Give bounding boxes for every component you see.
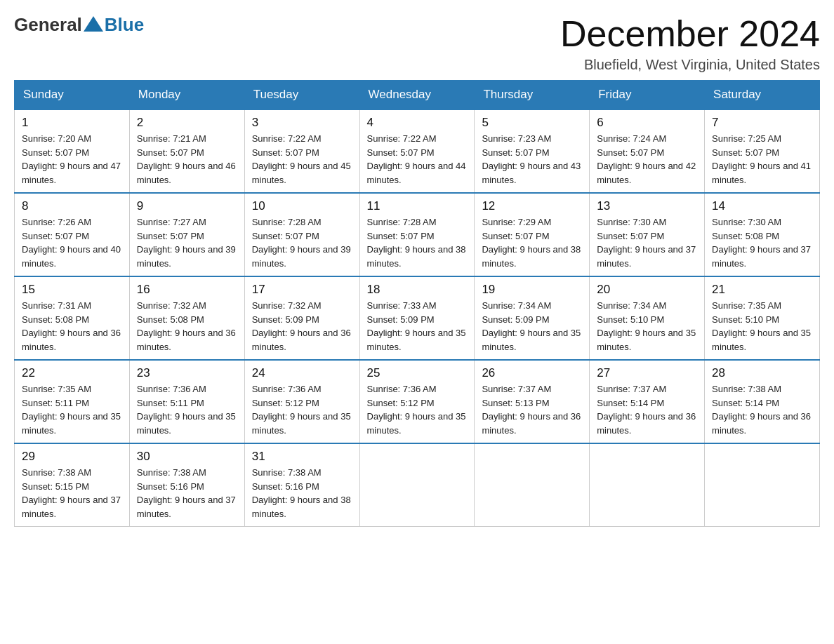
calendar-cell: 2 Sunrise: 7:21 AM Sunset: 5:07 PM Dayli… <box>129 109 244 193</box>
daylight-label: Daylight: 9 hours and 36 minutes. <box>597 411 696 436</box>
weekday-header-sunday: Sunday <box>15 81 130 110</box>
daylight-label: Daylight: 9 hours and 45 minutes. <box>252 161 351 185</box>
daylight-label: Daylight: 9 hours and 35 minutes. <box>712 328 811 352</box>
calendar-cell: 3 Sunrise: 7:22 AM Sunset: 5:07 PM Dayli… <box>244 109 359 193</box>
sunrise-label: Sunrise: 7:25 AM <box>712 133 781 144</box>
day-info: Sunrise: 7:24 AM Sunset: 5:07 PM Dayligh… <box>597 132 697 187</box>
sunset-label: Sunset: 5:07 PM <box>22 147 89 158</box>
title-section: December 2024 Bluefield, West Virginia, … <box>560 14 820 73</box>
sunset-label: Sunset: 5:09 PM <box>252 314 319 325</box>
calendar-cell: 20 Sunrise: 7:34 AM Sunset: 5:10 PM Dayl… <box>590 276 705 360</box>
sunrise-label: Sunrise: 7:33 AM <box>367 300 437 311</box>
weekday-header-tuesday: Tuesday <box>244 81 359 110</box>
day-number: 4 <box>367 116 468 130</box>
day-number: 28 <box>712 366 812 380</box>
sunrise-label: Sunrise: 7:30 AM <box>712 217 781 227</box>
daylight-label: Daylight: 9 hours and 39 minutes. <box>137 244 236 269</box>
sunrise-label: Sunrise: 7:22 AM <box>252 133 322 144</box>
day-info: Sunrise: 7:29 AM Sunset: 5:07 PM Dayligh… <box>482 215 582 270</box>
sunrise-label: Sunrise: 7:34 AM <box>597 300 666 311</box>
sunrise-label: Sunrise: 7:22 AM <box>367 133 437 144</box>
calendar-cell: 26 Sunrise: 7:37 AM Sunset: 5:13 PM Dayl… <box>475 360 590 443</box>
calendar-cell <box>705 443 820 527</box>
sunrise-label: Sunrise: 7:38 AM <box>137 467 206 478</box>
day-info: Sunrise: 7:25 AM Sunset: 5:07 PM Dayligh… <box>712 132 812 187</box>
day-info: Sunrise: 7:30 AM Sunset: 5:07 PM Dayligh… <box>597 215 697 270</box>
sunrise-label: Sunrise: 7:27 AM <box>137 217 206 227</box>
sunrise-label: Sunrise: 7:36 AM <box>252 384 322 394</box>
sunrise-label: Sunrise: 7:35 AM <box>22 384 91 394</box>
daylight-label: Daylight: 9 hours and 44 minutes. <box>367 161 466 185</box>
day-info: Sunrise: 7:32 AM Sunset: 5:09 PM Dayligh… <box>252 299 352 354</box>
calendar-cell: 19 Sunrise: 7:34 AM Sunset: 5:09 PM Dayl… <box>475 276 590 360</box>
sunset-label: Sunset: 5:14 PM <box>712 398 779 408</box>
daylight-label: Daylight: 9 hours and 35 minutes. <box>597 328 696 352</box>
month-title: December 2024 <box>560 14 820 54</box>
day-number: 26 <box>482 366 582 380</box>
day-number: 16 <box>137 283 237 297</box>
daylight-label: Daylight: 9 hours and 36 minutes. <box>712 411 811 436</box>
day-number: 12 <box>482 199 582 213</box>
sunset-label: Sunset: 5:07 PM <box>367 147 435 158</box>
daylight-label: Daylight: 9 hours and 35 minutes. <box>137 411 236 436</box>
sunrise-label: Sunrise: 7:36 AM <box>367 384 437 394</box>
calendar-cell <box>590 443 705 527</box>
logo-blue-text: Blue <box>105 14 144 36</box>
sunrise-label: Sunrise: 7:26 AM <box>22 217 91 227</box>
sunrise-label: Sunrise: 7:37 AM <box>597 384 666 394</box>
day-number: 27 <box>597 366 697 380</box>
calendar-cell: 24 Sunrise: 7:36 AM Sunset: 5:12 PM Dayl… <box>244 360 359 443</box>
day-info: Sunrise: 7:38 AM Sunset: 5:16 PM Dayligh… <box>252 466 352 521</box>
sunset-label: Sunset: 5:07 PM <box>22 231 89 241</box>
day-number: 20 <box>597 283 697 297</box>
week-row-3: 15 Sunrise: 7:31 AM Sunset: 5:08 PM Dayl… <box>15 276 820 360</box>
day-info: Sunrise: 7:21 AM Sunset: 5:07 PM Dayligh… <box>137 132 237 187</box>
day-info: Sunrise: 7:32 AM Sunset: 5:08 PM Dayligh… <box>137 299 237 354</box>
daylight-label: Daylight: 9 hours and 36 minutes. <box>252 328 351 352</box>
calendar-cell: 11 Sunrise: 7:28 AM Sunset: 5:07 PM Dayl… <box>359 193 475 276</box>
day-info: Sunrise: 7:28 AM Sunset: 5:07 PM Dayligh… <box>252 215 352 270</box>
calendar-cell: 22 Sunrise: 7:35 AM Sunset: 5:11 PM Dayl… <box>15 360 130 443</box>
week-row-2: 8 Sunrise: 7:26 AM Sunset: 5:07 PM Dayli… <box>15 193 820 276</box>
daylight-label: Daylight: 9 hours and 36 minutes. <box>137 328 236 352</box>
calendar-cell: 12 Sunrise: 7:29 AM Sunset: 5:07 PM Dayl… <box>475 193 590 276</box>
day-info: Sunrise: 7:34 AM Sunset: 5:10 PM Dayligh… <box>597 299 697 354</box>
calendar-cell: 17 Sunrise: 7:32 AM Sunset: 5:09 PM Dayl… <box>244 276 359 360</box>
weekday-header-friday: Friday <box>590 81 705 110</box>
sunset-label: Sunset: 5:07 PM <box>597 147 664 158</box>
day-info: Sunrise: 7:35 AM Sunset: 5:10 PM Dayligh… <box>712 299 812 354</box>
daylight-label: Daylight: 9 hours and 35 minutes. <box>252 411 351 436</box>
week-row-5: 29 Sunrise: 7:38 AM Sunset: 5:15 PM Dayl… <box>15 443 820 527</box>
sunset-label: Sunset: 5:12 PM <box>252 398 319 408</box>
sunset-label: Sunset: 5:11 PM <box>22 398 89 408</box>
calendar-cell: 8 Sunrise: 7:26 AM Sunset: 5:07 PM Dayli… <box>15 193 130 276</box>
daylight-label: Daylight: 9 hours and 47 minutes. <box>22 161 121 185</box>
day-number: 8 <box>22 199 122 213</box>
weekday-header-wednesday: Wednesday <box>359 81 475 110</box>
sunrise-label: Sunrise: 7:38 AM <box>22 467 91 478</box>
sunrise-label: Sunrise: 7:31 AM <box>22 300 91 311</box>
daylight-label: Daylight: 9 hours and 35 minutes. <box>482 328 581 352</box>
weekday-header-monday: Monday <box>129 81 244 110</box>
sunrise-label: Sunrise: 7:30 AM <box>597 217 666 227</box>
day-number: 1 <box>22 116 122 130</box>
week-row-4: 22 Sunrise: 7:35 AM Sunset: 5:11 PM Dayl… <box>15 360 820 443</box>
sunset-label: Sunset: 5:09 PM <box>482 314 549 325</box>
sunset-label: Sunset: 5:08 PM <box>137 314 204 325</box>
daylight-label: Daylight: 9 hours and 39 minutes. <box>252 244 351 269</box>
calendar-cell: 10 Sunrise: 7:28 AM Sunset: 5:07 PM Dayl… <box>244 193 359 276</box>
calendar-cell: 5 Sunrise: 7:23 AM Sunset: 5:07 PM Dayli… <box>475 109 590 193</box>
calendar-cell: 4 Sunrise: 7:22 AM Sunset: 5:07 PM Dayli… <box>359 109 475 193</box>
calendar-cell <box>359 443 475 527</box>
sunrise-label: Sunrise: 7:35 AM <box>712 300 781 311</box>
day-info: Sunrise: 7:22 AM Sunset: 5:07 PM Dayligh… <box>252 132 352 187</box>
day-info: Sunrise: 7:37 AM Sunset: 5:14 PM Dayligh… <box>597 382 697 437</box>
day-info: Sunrise: 7:22 AM Sunset: 5:07 PM Dayligh… <box>367 132 468 187</box>
sunrise-label: Sunrise: 7:36 AM <box>137 384 206 394</box>
day-number: 19 <box>482 283 582 297</box>
page-header: General Blue December 2024 Bluefield, We… <box>14 14 820 73</box>
calendar-cell: 27 Sunrise: 7:37 AM Sunset: 5:14 PM Dayl… <box>590 360 705 443</box>
sunset-label: Sunset: 5:07 PM <box>252 231 319 241</box>
day-info: Sunrise: 7:36 AM Sunset: 5:11 PM Dayligh… <box>137 382 237 437</box>
daylight-label: Daylight: 9 hours and 37 minutes. <box>22 495 121 519</box>
